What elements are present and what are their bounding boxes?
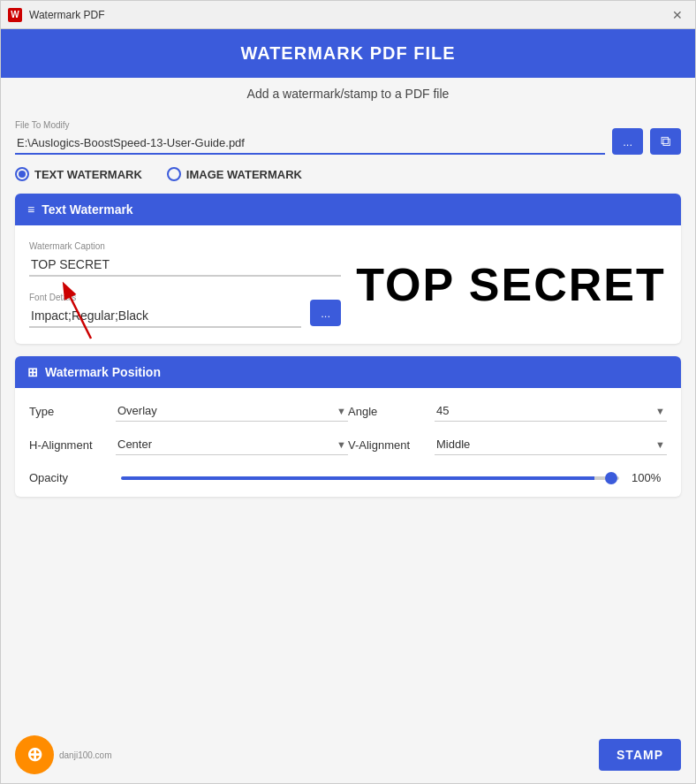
text-watermark-label: TEXT WATERMARK: [34, 168, 142, 181]
file-label: File To Modify: [15, 120, 605, 130]
halign-select[interactable]: Left Center Right: [116, 434, 348, 455]
angle-label: Angle: [348, 405, 427, 418]
image-watermark-label: IMAGE WATERMARK: [186, 168, 302, 181]
image-radio-circle: [167, 167, 181, 181]
position-header-title: Watermark Position: [45, 365, 161, 379]
stamp-button[interactable]: STAMP: [599, 739, 681, 771]
halign-row: H-Alignment Left Center Right ▼: [29, 434, 348, 455]
font-browse-button[interactable]: ...: [310, 300, 341, 326]
radio-group: TEXT WATERMARK IMAGE WATERMARK: [15, 167, 681, 181]
text-watermark-header: ≡ Text Watermark: [15, 194, 681, 225]
image-watermark-radio[interactable]: IMAGE WATERMARK: [167, 167, 302, 181]
title-bar: W Watermark PDF ✕: [1, 1, 695, 29]
opacity-slider-container[interactable]: [121, 476, 619, 480]
opacity-row: Opacity 100%: [29, 468, 667, 484]
header-banner: WATERMARK PDF FILE: [1, 29, 695, 78]
copy-button[interactable]: ⧉: [650, 128, 681, 155]
logo-area: ⊕ danji100.com: [15, 735, 111, 774]
position-row-1: Type Overlay Underlay ▼ Angle: [29, 400, 667, 422]
preview-area: TOP SECRET: [355, 241, 667, 328]
type-row: Type Overlay Underlay ▼: [29, 400, 348, 422]
file-input-group: File To Modify: [15, 120, 605, 155]
caption-group: Watermark Caption: [29, 241, 341, 277]
watermark-inputs: Watermark Caption Font Details ...: [29, 241, 341, 328]
text-watermark-radio[interactable]: TEXT WATERMARK: [15, 167, 142, 181]
font-input[interactable]: [29, 305, 301, 328]
type-select-wrapper: Overlay Underlay ▼: [116, 400, 348, 422]
browse-button[interactable]: ...: [612, 128, 643, 155]
watermark-text-section: Watermark Caption Font Details ...: [29, 241, 667, 328]
position-header: ⊞ Watermark Position: [15, 356, 681, 388]
halign-select-wrapper: Left Center Right ▼: [116, 434, 348, 455]
preview-text: TOP SECRET: [356, 258, 665, 311]
close-button[interactable]: ✕: [667, 4, 688, 26]
logo-icon: ⊕: [15, 735, 54, 774]
content-area: File To Modify ... ⧉ TEXT WATERMARK IMAG…: [1, 110, 695, 727]
app-icon: W: [8, 8, 22, 22]
position-row-2: H-Alignment Left Center Right ▼ V-Alignm…: [29, 434, 667, 455]
text-radio-circle: [15, 167, 29, 181]
site-watermark: danji100.com: [59, 750, 111, 761]
text-watermark-section: ≡ Text Watermark Watermark Caption: [15, 194, 681, 344]
font-label: Font Details: [29, 293, 301, 302]
type-label: Type: [29, 405, 109, 418]
text-watermark-header-title: Text Watermark: [42, 202, 132, 217]
text-watermark-body: Watermark Caption Font Details ...: [15, 225, 681, 344]
subtitle: Add a watermark/stamp to a PDF file: [1, 78, 695, 110]
valign-select[interactable]: Top Middle Bottom: [435, 434, 667, 455]
angle-select[interactable]: 0 15 30 45 60 90: [435, 400, 667, 422]
angle-select-wrapper: 0 15 30 45 60 90 ▼: [435, 400, 667, 422]
font-group: Font Details: [29, 293, 301, 328]
opacity-value: 100%: [632, 471, 667, 484]
angle-row: Angle 0 15 30 45 60 90 ▼: [348, 400, 667, 422]
position-header-icon: ⊞: [27, 365, 38, 379]
caption-input[interactable]: [29, 254, 341, 277]
valign-label: V-Alignment: [348, 438, 427, 452]
opacity-label: Opacity: [29, 471, 109, 484]
text-watermark-header-icon: ≡: [27, 202, 34, 217]
app-window: W Watermark PDF ✕ WATERMARK PDF FILE Add…: [0, 0, 696, 784]
caption-label: Watermark Caption: [29, 241, 341, 251]
file-input[interactable]: [15, 133, 605, 155]
position-section: ⊞ Watermark Position Type Overlay Underl…: [15, 356, 681, 497]
bottom-bar: ⊕ danji100.com STAMP: [1, 727, 695, 783]
slider-thumb[interactable]: [605, 472, 617, 484]
window-title: Watermark PDF: [29, 9, 667, 21]
halign-label: H-Alignment: [29, 438, 109, 452]
position-body: Type Overlay Underlay ▼ Angle: [15, 388, 681, 497]
font-row: Font Details ...: [29, 293, 341, 328]
file-row: File To Modify ... ⧉: [15, 120, 681, 155]
opacity-slider[interactable]: [121, 476, 619, 480]
banner-title: WATERMARK PDF FILE: [240, 43, 455, 63]
type-select[interactable]: Overlay Underlay: [116, 400, 348, 422]
valign-select-wrapper: Top Middle Bottom ▼: [435, 434, 667, 455]
valign-row: V-Alignment Top Middle Bottom ▼: [348, 434, 667, 455]
